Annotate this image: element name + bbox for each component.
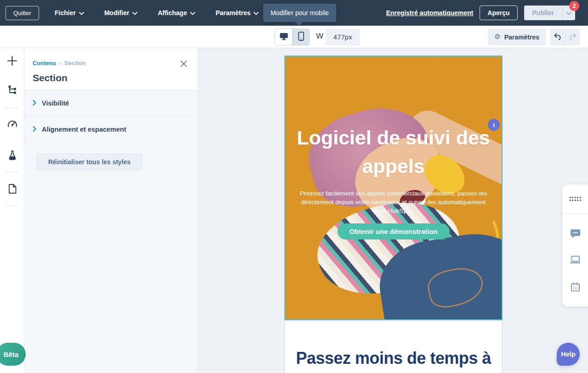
- publish-notification-badge: 2: [569, 1, 579, 11]
- page-content-button[interactable]: [0, 184, 24, 196]
- breadcrumb-content-link[interactable]: Contenu: [33, 60, 56, 67]
- menu-edit[interactable]: Modifier: [104, 9, 137, 17]
- page-settings-button[interactable]: ⚙ Paramètres: [488, 28, 546, 45]
- left-icon-rail: Bêta: [0, 48, 24, 373]
- mobile-edit-tooltip: Modifier pour mobile: [263, 4, 336, 22]
- mobile-viewport: i Logiciel de suivi des appels Priorisez…: [284, 56, 503, 373]
- menu-file[interactable]: Fichier: [55, 9, 84, 17]
- history-buttons: [550, 28, 580, 45]
- publish-split-button: Publier 2: [524, 6, 575, 20]
- add-icon: [7, 56, 17, 68]
- undo-button[interactable]: [550, 28, 565, 45]
- hero-title[interactable]: Logiciel de suivi des appels: [290, 123, 497, 181]
- flask-icon: [7, 150, 17, 162]
- page-settings-label: Paramètres: [504, 33, 539, 41]
- chevron-down-icon: [132, 9, 137, 17]
- redo-button[interactable]: [565, 28, 580, 45]
- viewport-width-input[interactable]: [326, 28, 360, 45]
- chevron-right-icon: [33, 99, 36, 107]
- mobile-toggle-button[interactable]: [292, 29, 309, 45]
- performance-button[interactable]: [0, 119, 24, 130]
- chat-icon: [570, 229, 581, 240]
- site-tree-button[interactable]: [0, 85, 24, 97]
- help-button[interactable]: Help: [557, 343, 580, 366]
- redo-icon: [568, 33, 577, 42]
- drag-dots-icon: [570, 197, 581, 201]
- test-button[interactable]: [0, 150, 24, 162]
- accordion-visibility-label: Visibilité: [42, 100, 69, 107]
- device-toggle-group: [275, 28, 310, 45]
- hero-cta-button[interactable]: Obtenir une démonstration: [337, 223, 450, 239]
- device-toolbar: W ⚙ Paramètres: [0, 26, 588, 48]
- close-icon: [180, 61, 187, 69]
- quit-button[interactable]: Quitter: [6, 6, 39, 20]
- accordion-alignment-label: Alignement et espacement: [42, 126, 126, 133]
- gauge-icon: [7, 119, 18, 130]
- scheduling-tool-button[interactable]: [562, 282, 588, 294]
- hero-description[interactable]: Priorisez facilement vos appels commerci…: [299, 189, 488, 215]
- autosave-link[interactable]: Enregistré automatiquement: [386, 9, 473, 17]
- editor-canvas: i Logiciel de suivi des appels Priorisez…: [198, 48, 588, 373]
- next-page-section[interactable]: Passez moins de temps à: [284, 321, 503, 373]
- next-section-heading: Passez moins de temps à: [285, 349, 502, 368]
- menu-view-label: Affichage: [158, 9, 187, 17]
- reset-styles-button[interactable]: Réinitialiser tous les styles: [36, 153, 142, 170]
- width-label: W: [316, 32, 323, 41]
- rail-divider: [6, 172, 18, 173]
- chevron-right-icon: [33, 125, 36, 134]
- rail-divider: [6, 206, 18, 206]
- accordion-alignment-spacing[interactable]: Alignement et espacement: [24, 117, 198, 143]
- undo-icon: [554, 33, 562, 42]
- hero-section[interactable]: i Logiciel de suivi des appels Priorisez…: [284, 56, 503, 320]
- panel-header: Contenu › Section Section: [24, 48, 198, 92]
- device-preview-tool-button[interactable]: [562, 256, 588, 266]
- drag-handle[interactable]: [562, 197, 588, 201]
- laptop-icon: [570, 256, 581, 266]
- floating-tools-panel: [562, 184, 588, 306]
- rail-divider: [6, 108, 18, 108]
- panel-body: Visibilité Alignement et espacement Réin…: [24, 90, 198, 373]
- menu-file-label: Fichier: [55, 9, 76, 17]
- breadcrumb: Contenu › Section: [33, 60, 187, 67]
- top-bar-right: Enregistré automatiquement Aperçu Publie…: [386, 0, 575, 26]
- breadcrumb-current: Section: [64, 60, 86, 67]
- chevron-down-icon: [190, 9, 195, 17]
- add-module-button[interactable]: [0, 56, 24, 68]
- menu-view[interactable]: Affichage: [158, 9, 195, 17]
- chevron-down-icon: [254, 9, 259, 17]
- panel-title: Section: [33, 72, 187, 84]
- breadcrumb-separator: ›: [59, 60, 61, 67]
- hero-image: [285, 56, 502, 319]
- sitemap-icon: [7, 85, 17, 97]
- comments-tool-button[interactable]: [562, 229, 588, 240]
- chevron-down-icon: [79, 9, 84, 17]
- publish-button[interactable]: Publier: [524, 6, 562, 20]
- tools-divider: [562, 213, 588, 214]
- menu-settings[interactable]: Paramètres: [215, 9, 259, 17]
- gear-icon: ⚙: [494, 33, 500, 40]
- close-panel-button[interactable]: [180, 60, 187, 69]
- accordion-visibility[interactable]: Visibilité: [24, 90, 198, 117]
- page-icon: [8, 184, 17, 196]
- calendar-icon: [571, 282, 580, 294]
- mobile-icon: [298, 32, 304, 43]
- menu-settings-label: Paramètres: [215, 9, 250, 17]
- desktop-toggle-button[interactable]: [275, 29, 292, 45]
- desktop-icon: [279, 32, 288, 42]
- menu-edit-label: Modifier: [104, 9, 129, 17]
- info-icon[interactable]: i: [488, 119, 500, 131]
- preview-button[interactable]: Aperçu: [480, 6, 517, 20]
- section-settings-panel: Contenu › Section Section Visibilité Ali…: [24, 48, 198, 373]
- beta-badge[interactable]: Bêta: [0, 343, 26, 366]
